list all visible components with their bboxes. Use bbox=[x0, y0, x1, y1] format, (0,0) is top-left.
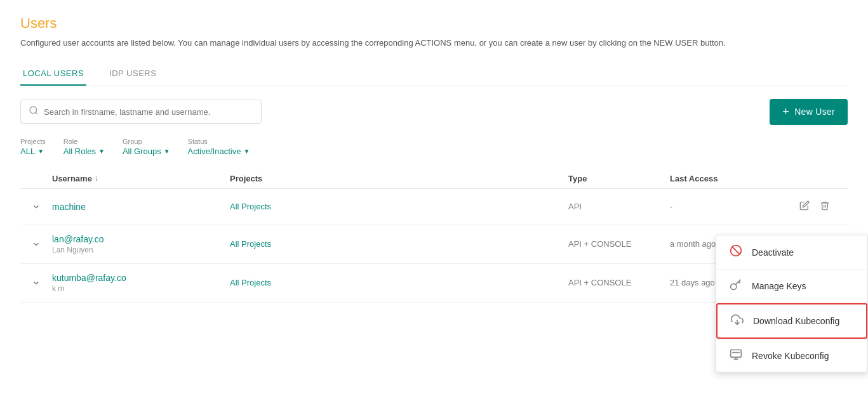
filter-group-arrow: ▼ bbox=[164, 148, 170, 155]
username-sort-icon: ↓ bbox=[95, 174, 98, 183]
col-header-projects: Projects bbox=[230, 174, 568, 183]
projects-machine[interactable]: All Projects bbox=[230, 202, 568, 211]
filter-projects-arrow: ▼ bbox=[37, 148, 44, 155]
filter-role-value[interactable]: All Roles ▼ bbox=[63, 147, 105, 156]
projects-lan[interactable]: All Projects bbox=[230, 239, 568, 249]
edit-icon-machine[interactable] bbox=[797, 198, 812, 216]
filter-status: Status Active/Inactive ▼ bbox=[188, 138, 250, 156]
filter-role-arrow: ▼ bbox=[98, 148, 105, 155]
filter-status-label: Status bbox=[188, 138, 250, 145]
projects-kutumba[interactable]: All Projects bbox=[230, 278, 568, 287]
username-link-kutumba[interactable]: kutumba@rafay.co bbox=[52, 273, 230, 283]
tab-idp-users[interactable]: IDP USERS bbox=[107, 62, 159, 86]
svg-line-1 bbox=[36, 112, 37, 114]
filter-group-value[interactable]: All Groups ▼ bbox=[123, 147, 170, 156]
username-lan: lan@rafay.co Lan Nguyen bbox=[52, 234, 230, 254]
col-header-username: Username ↓ bbox=[52, 174, 230, 183]
filter-projects: Projects ALL ▼ bbox=[20, 138, 46, 156]
filter-role-label: Role bbox=[63, 138, 105, 145]
page-wrapper: Users Configured user accounts are liste… bbox=[0, 0, 868, 399]
access-machine: - bbox=[670, 202, 797, 211]
filter-role: Role All Roles ▼ bbox=[63, 138, 105, 156]
delete-icon-machine[interactable] bbox=[817, 198, 832, 216]
search-input[interactable] bbox=[44, 107, 253, 117]
username-machine: machine bbox=[52, 202, 230, 212]
search-icon bbox=[29, 105, 39, 118]
type-lan: API + CONSOLE bbox=[568, 239, 670, 249]
page-title: Users bbox=[20, 15, 848, 32]
col-header-actions bbox=[797, 174, 848, 183]
plus-icon: + bbox=[782, 105, 789, 119]
type-kutumba: API + CONSOLE bbox=[568, 278, 670, 287]
menu-item-manage-keys[interactable]: Manage Keys bbox=[716, 270, 867, 303]
tabs-container: LOCAL USERS IDP USERS bbox=[20, 62, 848, 86]
deactivate-icon bbox=[729, 244, 743, 260]
table-row: machine All Projects API - bbox=[20, 189, 848, 225]
filter-group-label: Group bbox=[123, 138, 170, 145]
menu-item-download-kubeconfig-label: Download Kubeconfig bbox=[753, 316, 839, 326]
search-box bbox=[20, 100, 262, 124]
username-sub-kutumba: k m bbox=[52, 284, 230, 293]
filters-bar: Projects ALL ▼ Role All Roles ▼ Group Al… bbox=[20, 138, 848, 156]
username-sub-lan: Lan Nguyen bbox=[52, 245, 230, 254]
row-expand-kutumba[interactable] bbox=[20, 278, 52, 287]
col-header-type: Type bbox=[568, 174, 670, 183]
type-machine: API bbox=[568, 202, 670, 211]
svg-line-3 bbox=[732, 247, 740, 254]
col-header-expand bbox=[20, 174, 52, 183]
filter-group: Group All Groups ▼ bbox=[123, 138, 170, 156]
table-header: Username ↓ Projects Type Last Access bbox=[20, 169, 848, 189]
menu-item-manage-keys-label: Manage Keys bbox=[752, 281, 806, 291]
menu-item-download-kubeconfig[interactable]: Download Kubeconfig bbox=[716, 303, 867, 339]
toolbar: + New User bbox=[20, 99, 848, 125]
download-cloud-icon bbox=[730, 313, 744, 329]
row-expand-lan[interactable] bbox=[20, 240, 52, 249]
filter-projects-value[interactable]: ALL ▼ bbox=[20, 147, 46, 156]
manage-keys-icon bbox=[729, 278, 743, 294]
new-user-button[interactable]: + New User bbox=[770, 99, 848, 125]
context-menu: Deactivate Manage Keys bbox=[716, 235, 868, 372]
revoke-kubeconfig-icon bbox=[729, 348, 743, 363]
username-kutumba: kutumba@rafay.co k m bbox=[52, 273, 230, 293]
username-link-lan[interactable]: lan@rafay.co bbox=[52, 234, 230, 244]
svg-point-4 bbox=[731, 284, 737, 289]
col-header-last-access: Last Access bbox=[670, 174, 797, 183]
filter-status-arrow: ▼ bbox=[243, 148, 250, 155]
svg-rect-6 bbox=[731, 350, 742, 358]
menu-item-revoke-kubeconfig-label: Revoke Kubeconfig bbox=[752, 351, 829, 361]
new-user-label: New User bbox=[794, 107, 835, 117]
username-link-machine[interactable]: machine bbox=[52, 202, 230, 212]
actions-machine bbox=[797, 198, 848, 216]
filter-projects-label: Projects bbox=[20, 138, 46, 145]
menu-item-deactivate[interactable]: Deactivate bbox=[716, 235, 867, 269]
filter-status-value[interactable]: Active/Inactive ▼ bbox=[188, 147, 250, 156]
menu-item-deactivate-label: Deactivate bbox=[752, 247, 794, 258]
tab-local-users[interactable]: LOCAL USERS bbox=[20, 62, 86, 86]
menu-item-revoke-kubeconfig[interactable]: Revoke Kubeconfig bbox=[716, 339, 867, 372]
svg-point-0 bbox=[30, 107, 37, 114]
page-description: Configured user accounts are listed belo… bbox=[20, 37, 848, 49]
row-expand-machine[interactable] bbox=[20, 202, 52, 211]
